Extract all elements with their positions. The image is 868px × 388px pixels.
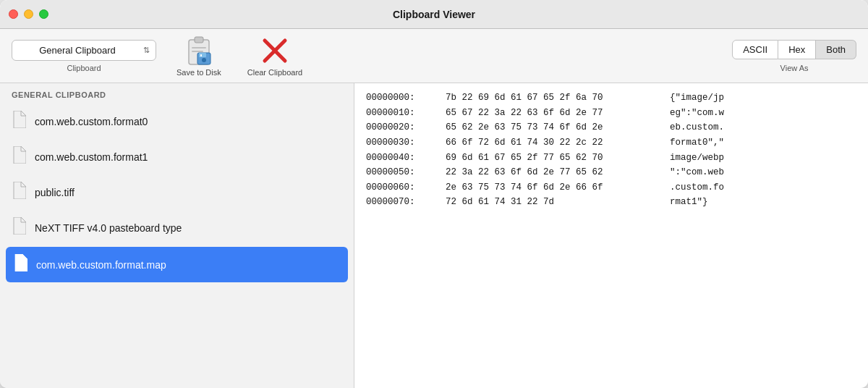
- hex-row: 00000050: 22 3a 22 63 6f 6d 2e 77 65 62 …: [366, 165, 856, 180]
- hex-offset: 00000030:: [366, 135, 446, 151]
- file-icon: [12, 111, 26, 132]
- hex-bytes: 7b 22 69 6d 61 67 65 2f 6a 70: [446, 90, 670, 106]
- hex-ascii: .custom.fo: [670, 180, 724, 195]
- hex-row: 00000000: 7b 22 69 6d 61 67 65 2f 6a 70 …: [366, 90, 856, 106]
- save-icon: [183, 35, 215, 67]
- list-item[interactable]: com.web.custom.format0: [0, 104, 354, 139]
- titlebar: Clipboard Viewer: [0, 0, 868, 29]
- hex-row: 00000040: 69 6d 61 67 65 2f 77 65 62 70 …: [366, 151, 856, 166]
- hex-bytes: 72 6d 61 74 31 22 7d: [446, 195, 670, 210]
- hex-ascii: rmat1"}: [670, 195, 708, 210]
- maximize-button[interactable]: [39, 9, 48, 19]
- hex-bytes: 22 3a 22 63 6f 6d 2e 77 65 62: [446, 165, 670, 180]
- clear-x-icon: [262, 38, 288, 64]
- hex-offset: 00000040:: [366, 151, 446, 166]
- hex-view: 00000000: 7b 22 69 6d 61 67 65 2f 6a 70 …: [354, 83, 868, 388]
- hex-row: 00000060: 2e 63 75 73 74 6f 6d 2e 66 6f …: [366, 180, 856, 195]
- traffic-lights: [9, 9, 48, 19]
- view-as-buttons: ASCII Hex Both: [732, 40, 856, 59]
- svg-rect-1: [195, 37, 203, 43]
- hex-row: 00000030: 66 6f 72 6d 61 74 30 22 2c 22 …: [366, 135, 856, 151]
- hex-bytes: 2e 63 75 73 74 6f 6d 2e 66 6f: [446, 180, 670, 195]
- hex-row: 00000070: 72 6d 61 74 31 22 7d rmat1"}: [366, 195, 856, 210]
- file-icon: [12, 217, 26, 238]
- save-to-disk-button[interactable]: Save to Disk: [171, 32, 227, 80]
- item-label: com.web.custom.format1: [35, 151, 148, 163]
- hex-offset: 00000020:: [366, 120, 446, 135]
- view-as-label: View As: [780, 64, 809, 72]
- hex-row: 00000010: 65 67 22 3a 22 63 6f 6d 2e 77 …: [366, 106, 856, 121]
- minimize-button[interactable]: [24, 9, 33, 19]
- hex-rows-container: 00000000: 7b 22 69 6d 61 67 65 2f 6a 70 …: [366, 90, 856, 210]
- hex-bytes: 65 67 22 3a 22 63 6f 6d 2e 77: [446, 106, 670, 121]
- item-label: public.tiff: [35, 187, 75, 198]
- clear-clipboard-button[interactable]: Clear Clipboard: [242, 32, 308, 80]
- window-title: Clipboard Viewer: [393, 9, 475, 20]
- hex-offset: 00000050:: [366, 165, 446, 180]
- view-ascii-button[interactable]: ASCII: [732, 40, 778, 59]
- view-hex-button[interactable]: Hex: [778, 40, 816, 59]
- file-icon: [12, 182, 26, 203]
- hex-bytes: 69 6d 61 67 65 2f 77 65 62 70: [446, 151, 670, 166]
- hex-ascii: {"image/jp: [670, 90, 724, 106]
- sidebar: GENERAL CLIPBOARD com.web.custom.format0: [0, 83, 354, 388]
- hex-offset: 00000060:: [366, 180, 446, 195]
- hex-ascii: image/webp: [670, 151, 724, 166]
- list-item[interactable]: public.tiff: [0, 174, 354, 210]
- save-label: Save to Disk: [176, 68, 221, 77]
- clipboard-dropdown-section: General Clipboard Clipboard: [12, 40, 156, 72]
- close-button[interactable]: [9, 9, 18, 19]
- svg-point-6: [202, 58, 206, 62]
- svg-rect-3: [192, 51, 203, 52]
- file-icon: [12, 146, 26, 167]
- main-content: GENERAL CLIPBOARD com.web.custom.format0: [0, 83, 868, 388]
- hex-bytes: 65 62 2e 63 75 73 74 6f 6d 2e: [446, 120, 670, 135]
- svg-rect-7: [200, 54, 202, 56]
- file-icon-active: [13, 254, 27, 275]
- item-label: com.web.custom.format0: [35, 116, 148, 127]
- hex-row: 00000020: 65 62 2e 63 75 73 74 6f 6d 2e …: [366, 120, 856, 135]
- clear-icon: [259, 35, 291, 67]
- clipboard-label: Clipboard: [67, 64, 101, 72]
- hex-ascii: eg":"com.w: [670, 106, 724, 121]
- hex-ascii: eb.custom.: [670, 120, 724, 135]
- hex-offset: 00000010:: [366, 106, 446, 121]
- hex-offset: 00000070:: [366, 195, 446, 210]
- list-item[interactable]: NeXT TIFF v4.0 pasteboard type: [0, 210, 354, 245]
- list-item[interactable]: com.web.custom.format1: [0, 139, 354, 174]
- item-label: NeXT TIFF v4.0 pasteboard type: [35, 222, 182, 234]
- clipboard-dropdown[interactable]: General Clipboard: [12, 40, 156, 61]
- svg-rect-2: [192, 47, 206, 48]
- view-as-section: ASCII Hex Both View As: [732, 40, 856, 72]
- sidebar-header: GENERAL CLIPBOARD: [0, 83, 354, 104]
- hex-bytes: 66 6f 72 6d 61 74 30 22 2c 22: [446, 135, 670, 151]
- save-disk-icon: [186, 35, 212, 66]
- svg-rect-5: [199, 53, 206, 57]
- view-both-button[interactable]: Both: [816, 40, 856, 59]
- toolbar: General Clipboard Clipboard: [0, 29, 868, 83]
- main-window: Clipboard Viewer General Clipboard Clipb…: [0, 0, 868, 388]
- active-list-item[interactable]: com.web.custom.format.map: [6, 247, 348, 282]
- hex-ascii: format0",": [670, 135, 724, 151]
- hex-ascii: ":"com.web: [670, 165, 724, 180]
- hex-offset: 00000000:: [366, 90, 446, 106]
- active-item-label: com.web.custom.format.map: [36, 259, 166, 271]
- sidebar-list: com.web.custom.format0 com.web.custom.fo…: [0, 104, 354, 388]
- clear-label: Clear Clipboard: [247, 68, 302, 77]
